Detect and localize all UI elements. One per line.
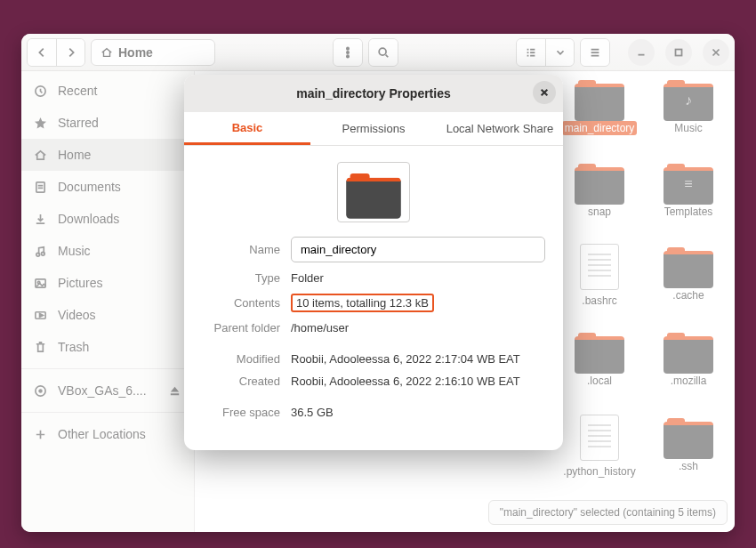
dialog-close-button[interactable]: [533, 81, 556, 104]
contents-value: 10 items, totalling 12.3 kB: [291, 294, 434, 312]
parent-label: Parent folder: [202, 321, 291, 334]
tab-permissions[interactable]: Permissions: [310, 112, 437, 145]
type-label: Type: [202, 271, 291, 285]
dialog-header: main_directory Properties: [184, 75, 563, 112]
freespace-label: Free space: [202, 406, 291, 419]
modified-value: Roobii, Adooleessa 6, 2022 2:17:04 WB EA…: [291, 352, 545, 366]
folder-icon: [346, 170, 401, 215]
freespace-value: 36.5 GB: [291, 406, 545, 419]
type-value: Folder: [291, 271, 545, 285]
created-value: Roobii, Adooleessa 6, 2022 2:16:10 WB EA…: [291, 375, 545, 388]
dialog-body: Name Type Folder Contents 10 items, tota…: [184, 146, 563, 450]
contents-label: Contents: [202, 296, 291, 310]
created-label: Created: [202, 375, 291, 388]
properties-dialog: main_directory Properties Basic Permissi…: [184, 75, 563, 450]
modified-label: Modified: [202, 352, 291, 366]
name-input[interactable]: [291, 237, 545, 262]
dialog-title: main_directory Properties: [296, 86, 451, 101]
tab-local-network-share[interactable]: Local Network Share: [437, 112, 563, 145]
name-label: Name: [202, 243, 291, 256]
tab-basic[interactable]: Basic: [184, 112, 310, 145]
dialog-tabs: Basic Permissions Local Network Share: [184, 112, 563, 146]
parent-value: /home/user: [291, 321, 545, 334]
